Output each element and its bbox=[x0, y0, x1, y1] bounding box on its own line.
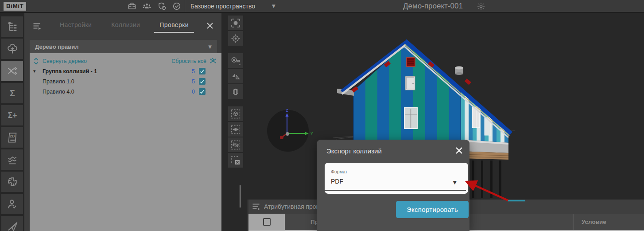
collisions-shuffle-icon[interactable] bbox=[1, 61, 23, 81]
tree-row-rule[interactable]: Правило 1.0 5 bbox=[30, 76, 221, 86]
reset-all-link[interactable]: Сбросить всё bbox=[171, 58, 206, 64]
left-icon-rail: Σ Σ+ 2D bbox=[0, 13, 24, 231]
chevron-down-icon: ▼ bbox=[208, 44, 212, 49]
unfold-icon[interactable] bbox=[33, 58, 39, 65]
modal-close-icon[interactable] bbox=[455, 147, 463, 156]
tab-settings[interactable]: Настройки bbox=[58, 21, 93, 28]
sum-plus-icon[interactable]: Σ+ bbox=[1, 105, 23, 125]
panel-menu-icon[interactable] bbox=[252, 203, 260, 211]
format-underline bbox=[325, 190, 466, 191]
column-condition-label: Условие bbox=[582, 219, 606, 225]
sum-icon[interactable]: Σ bbox=[1, 83, 23, 103]
topbar: BiMiT Базовое пространство ▼ Демо-проект… bbox=[0, 0, 644, 13]
svg-text:Y: Y bbox=[310, 131, 313, 136]
tab-checks[interactable]: Проверки bbox=[158, 21, 190, 28]
2d-sheet-icon[interactable]: 2D bbox=[1, 127, 23, 148]
topbar-divider bbox=[185, 0, 185, 12]
rules-tree: Свернуть дерево Сбросить всё ▾ Группа ко… bbox=[30, 53, 221, 231]
rule-checkbox[interactable] bbox=[199, 78, 206, 85]
check-circle-icon[interactable] bbox=[172, 2, 181, 11]
select-all-cell bbox=[248, 214, 285, 230]
export-button[interactable]: Экспортировать bbox=[396, 201, 469, 218]
hide-selected-button[interactable] bbox=[228, 137, 243, 152]
attribute-panel-title: Атрибутивная пров bbox=[264, 203, 319, 210]
plugin-icon[interactable] bbox=[1, 172, 23, 192]
app-logo: BiMiT bbox=[4, 2, 26, 11]
workspace-label: Базовое пространство bbox=[190, 3, 255, 10]
shield-badge-icon[interactable] bbox=[157, 2, 167, 11]
user-check-icon[interactable] bbox=[1, 194, 23, 214]
export-collisions-modal: Экспорт коллизий Формат PDF ▼ Экспортиро… bbox=[317, 140, 469, 231]
clear-selection-button[interactable] bbox=[228, 153, 243, 168]
clip-plane-button[interactable] bbox=[228, 69, 243, 83]
collision-count: 5 bbox=[188, 68, 195, 74]
model-structure-icon[interactable] bbox=[1, 16, 23, 37]
locate-button[interactable] bbox=[228, 31, 243, 46]
rule-checkbox[interactable] bbox=[199, 88, 206, 95]
select-all-checkbox[interactable] bbox=[263, 218, 271, 226]
axis-gizmo: Z Y bbox=[267, 108, 313, 152]
fit-view-button[interactable] bbox=[228, 16, 243, 30]
column-condition: Условие bbox=[574, 214, 644, 230]
chevron-down-icon: ▼ bbox=[272, 4, 275, 8]
measure-button[interactable] bbox=[228, 53, 243, 68]
tree-row-label: Правило 1.0 bbox=[43, 78, 74, 85]
tree-row-label: Группа коллизий - 1 bbox=[43, 68, 97, 74]
format-value: PDF bbox=[331, 178, 343, 185]
svg-text:Z: Z bbox=[286, 108, 288, 113]
tree-controls-row: Свернуть дерево Сбросить всё bbox=[30, 56, 221, 66]
collision-count: 0 bbox=[188, 89, 195, 95]
format-select[interactable]: Формат PDF ▼ bbox=[325, 163, 468, 194]
svg-text:Σ: Σ bbox=[10, 88, 15, 98]
section-box-button[interactable] bbox=[228, 84, 243, 99]
viewport-scrollbar[interactable] bbox=[240, 185, 241, 208]
chevron-down-icon: ▼ bbox=[453, 180, 457, 185]
svg-text:2D: 2D bbox=[10, 134, 15, 138]
panel-close-icon[interactable] bbox=[206, 22, 213, 31]
send-icon[interactable] bbox=[1, 216, 23, 231]
collapse-tree-link[interactable]: Свернуть дерево bbox=[43, 58, 87, 64]
panel-menu-icon[interactable] bbox=[33, 23, 41, 32]
roof-vent bbox=[455, 67, 463, 75]
tree-row-rule[interactable]: Правило 4.0 0 bbox=[30, 86, 221, 97]
environment-tree-icon[interactable] bbox=[1, 39, 23, 59]
collision-count: 5 bbox=[188, 78, 195, 85]
checks-panel: Настройки Коллизии Проверки Дерево прави… bbox=[24, 13, 221, 231]
selection-cube-button[interactable] bbox=[228, 106, 243, 121]
team-icon[interactable] bbox=[142, 2, 151, 11]
tree-row-label: Правило 4.0 bbox=[43, 89, 74, 95]
modal-title: Экспорт коллизий bbox=[326, 147, 382, 155]
rules-tree-dropdown-label: Дерево правил bbox=[35, 43, 208, 50]
tree-row-group[interactable]: ▾ Группа коллизий - 1 5 bbox=[30, 66, 221, 76]
approximation-icon[interactable] bbox=[1, 149, 23, 170]
reset-strike-icon[interactable] bbox=[209, 58, 217, 64]
show-selected-button[interactable] bbox=[228, 122, 243, 137]
format-label: Формат bbox=[331, 169, 347, 174]
workspace-selector[interactable]: Базовое пространство ▼ bbox=[190, 0, 275, 12]
panel-header: Настройки Коллизии Проверки bbox=[24, 13, 221, 37]
collapse-caret-icon[interactable]: ▾ bbox=[33, 68, 40, 74]
rules-tree-dropdown[interactable]: Дерево правил ▼ bbox=[30, 40, 217, 53]
settings-gear-icon[interactable] bbox=[477, 2, 485, 12]
rule-checkbox[interactable] bbox=[199, 68, 206, 74]
project-title: Демо-проект-001 bbox=[394, 0, 472, 12]
tab-collisions[interactable]: Коллизии bbox=[109, 21, 142, 28]
briefcase-icon[interactable] bbox=[128, 2, 136, 11]
panel-tabs: Настройки Коллизии Проверки bbox=[50, 13, 198, 37]
svg-text:Σ+: Σ+ bbox=[8, 111, 17, 120]
